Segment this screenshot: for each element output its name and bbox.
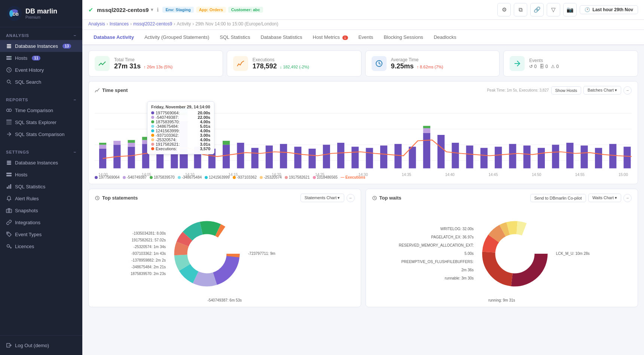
link-button[interactable]: 🔗 <box>530 3 544 16</box>
breadcrumb-analysis[interactable]: Analysis <box>88 21 105 27</box>
statements-chart-button[interactable]: Statements Chart ▾ <box>300 194 344 202</box>
tab-database-activity[interactable]: Database Activity <box>88 30 139 45</box>
compare-icon <box>6 131 12 137</box>
tab-events[interactable]: Events <box>353 30 379 45</box>
tab-deadlocks[interactable]: Deadlocks <box>428 30 462 45</box>
breadcrumb-instances[interactable]: Instances <box>110 21 129 27</box>
time-button[interactable]: 🕐 Last hour 29th Nov <box>580 5 638 14</box>
sidebar-item-integrations[interactable]: Integrations <box>0 216 82 228</box>
sidebar-item-hosts[interactable]: Hosts 11 <box>0 52 82 64</box>
info-icon[interactable]: ℹ <box>157 7 159 13</box>
settings-button[interactable]: ⚙ <box>497 3 511 16</box>
tab-sql-statistics[interactable]: SQL Statistics <box>214 30 255 45</box>
tag-icon <box>6 231 12 237</box>
stat-executions: Executions 178,592 ↓ 182,492 (-2%) <box>227 50 361 77</box>
instance-badges: Env: Staging App: Orders Customer: abc <box>162 7 263 13</box>
svg-rect-80 <box>480 148 488 169</box>
svg-rect-18 <box>6 124 12 125</box>
top-waits-header: Top waits Send to DBmarlin Co-pilot Wait… <box>372 194 632 202</box>
time-comparison-icon <box>6 107 12 113</box>
copy-button[interactable]: ⧉ <box>514 3 527 16</box>
bottom-charts: Top statements Statements Chart ▾ − -193… <box>88 189 638 307</box>
total-time-change: ↑ 26m 13s (5%) <box>144 65 173 69</box>
svg-rect-40 <box>113 141 120 145</box>
chart-icon <box>95 88 100 93</box>
show-hosts-button[interactable]: Show Hosts <box>551 86 582 95</box>
batches-chart-button[interactable]: Batches Chart ▾ <box>583 86 621 95</box>
svg-rect-82 <box>509 144 516 168</box>
stat-average-time: Average Time 9.25ms ↑ 8.62ms (7%) <box>365 50 500 77</box>
top-statements-header: Top statements Statements Chart ▾ − <box>95 194 355 202</box>
settings-header[interactable]: SETTINGS − <box>0 148 82 157</box>
svg-rect-21 <box>7 164 11 165</box>
tooltip-title: Friday, November 29, 14:14:00 <box>151 105 210 109</box>
svg-rect-88 <box>595 148 602 169</box>
sidebar-item-alert-rules[interactable]: Alert Rules <box>0 192 82 204</box>
content-area: Total Time 27m 31s ↑ 26m 13s (5%) Execut… <box>82 45 644 355</box>
app-tag: App: Orders <box>196 7 226 13</box>
svg-rect-74 <box>423 133 430 169</box>
waits-chart-button[interactable]: Waits Chart ▾ <box>588 194 621 202</box>
svg-rect-22 <box>6 173 12 174</box>
top-statements-panel: Top statements Statements Chart ▾ − -193… <box>88 189 361 307</box>
time-spent-minimize[interactable]: − <box>623 86 632 95</box>
svg-rect-24 <box>7 187 8 189</box>
svg-rect-63 <box>266 145 273 168</box>
waits-donut-svg <box>477 211 552 297</box>
top-waits-title: Top waits <box>372 195 402 201</box>
chart-tooltip: Friday, November 29, 14:14:00 1977569064… <box>147 101 214 154</box>
sidebar-item-sql-statistics[interactable]: SQL Statistics <box>0 180 82 192</box>
average-time-label: Average Time <box>391 57 443 62</box>
svg-rect-76 <box>423 126 430 128</box>
db-settings-icon <box>6 160 12 166</box>
svg-rect-78 <box>452 143 459 168</box>
svg-rect-69 <box>351 147 358 169</box>
events-label: Events <box>529 58 559 63</box>
sidebar-item-database-instances[interactable]: Database Instances 13 <box>0 40 82 52</box>
svg-rect-65 <box>294 147 301 169</box>
key-icon <box>6 243 12 249</box>
svg-rect-4 <box>7 44 11 45</box>
logo-icon: DB <box>6 5 22 22</box>
logout-icon <box>6 342 12 348</box>
brand-sub: Premium <box>25 15 57 19</box>
sidebar-item-sql-search[interactable]: SQL Search <box>0 76 82 88</box>
top-bar: ✔ mssql2022-centos9 ▾ ℹ Env: Staging App… <box>82 0 644 20</box>
reports-header[interactable]: REPORTS − <box>0 95 82 104</box>
snapshot-button[interactable]: 📷 <box>563 3 577 16</box>
tab-activity-grouped[interactable]: Activity (Grouped Statements) <box>139 30 214 45</box>
tab-host-metrics[interactable]: Host Metrics 1 <box>308 30 353 45</box>
sidebar-item-db-instances-settings[interactable]: Database Instances <box>0 157 82 169</box>
average-time-change: ↑ 8.62ms (7%) <box>417 65 443 69</box>
svg-rect-66 <box>309 149 316 169</box>
executions-icon <box>233 56 248 71</box>
sidebar-item-snapshots[interactable]: Snapshots <box>0 204 82 216</box>
sidebar-item-event-types[interactable]: Event Types <box>0 228 82 240</box>
svg-rect-89 <box>609 144 616 168</box>
send-to-dbmarlin-button[interactable]: Send to DBmarlin Co-pilot <box>530 194 586 202</box>
logout-item[interactable]: Log Out (demo) <box>0 339 82 351</box>
shield-icon: ✔ <box>88 6 93 13</box>
svg-rect-5 <box>7 46 11 47</box>
analysis-header[interactable]: ANALYSIS − <box>0 31 82 40</box>
stats-row: Total Time 27m 31s ↑ 26m 13s (5%) Execut… <box>88 50 638 77</box>
tab-blocking-sessions[interactable]: Blocking Sessions <box>378 30 428 45</box>
sidebar-item-hosts-settings[interactable]: Hosts <box>0 169 82 180</box>
sidebar-item-sql-stats-comparison[interactable]: SQL Stats Comparison <box>0 128 82 140</box>
waits-minimize[interactable]: − <box>623 194 632 202</box>
waits-donut-area: WRITELOG: 32.00s PAGELATCH_EX: 36.97s RE… <box>372 205 632 302</box>
time-spent-header: Time spent Peak Time: 1m 5s, Executions:… <box>95 86 632 95</box>
filter-button[interactable]: ▽ <box>547 3 560 16</box>
sidebar: DB DB marlin Premium ANALYSIS − Database… <box>0 0 82 355</box>
sidebar-item-sql-stats-explorer[interactable]: SQL Stats Explorer <box>0 116 82 128</box>
svg-rect-83 <box>524 145 531 168</box>
svg-point-30 <box>7 245 10 247</box>
svg-rect-25 <box>9 185 10 189</box>
svg-rect-67 <box>323 145 330 168</box>
sidebar-item-event-history[interactable]: Event History <box>0 64 82 76</box>
statements-minimize[interactable]: − <box>347 194 355 202</box>
tab-database-statistics[interactable]: Database Statistics <box>255 30 307 45</box>
sidebar-item-time-comparison[interactable]: Time Comparison <box>0 104 82 116</box>
sidebar-item-licences[interactable]: Licences <box>0 240 82 252</box>
breadcrumb-instance-name[interactable]: mssql2022-centos9 <box>133 21 172 27</box>
